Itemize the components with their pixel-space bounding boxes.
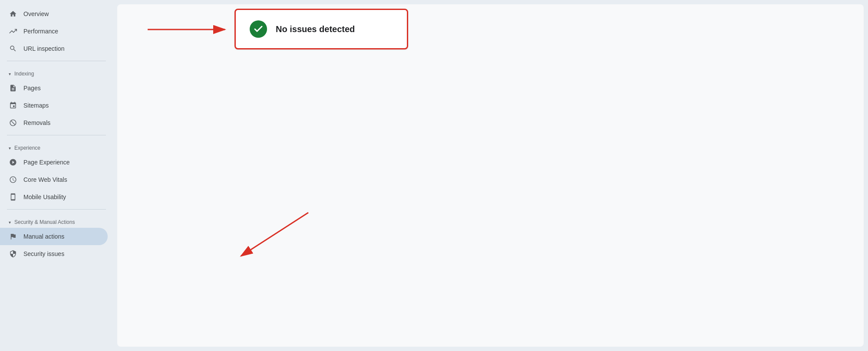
sidebar-item-page-experience[interactable]: Page Experience: [0, 154, 108, 171]
sidebar-item-core-web-vitals[interactable]: Core Web Vitals: [0, 171, 108, 188]
section-security: ▾ Security & Manual Actions: [0, 213, 113, 228]
sidebar-item-performance-label: Performance: [23, 28, 58, 35]
divider-3: [7, 209, 106, 210]
section-indexing-label: Indexing: [14, 71, 34, 77]
removals-icon: [9, 118, 17, 127]
pages-icon: [9, 84, 17, 92]
section-experience: ▾ Experience: [0, 139, 113, 154]
page-experience-icon: [9, 158, 17, 167]
sidebar: Overview Performance URL inspection ▾ In…: [0, 0, 113, 351]
no-issues-text: No issues detected: [276, 24, 355, 34]
sidebar-item-manual-actions[interactable]: Manual actions: [0, 228, 108, 245]
main-content: No issues detected: [113, 0, 868, 351]
sidebar-item-performance[interactable]: Performance: [0, 23, 108, 40]
chevron-experience: ▾: [9, 146, 11, 151]
home-icon: [9, 10, 17, 18]
sidebar-item-mobile-usability-label: Mobile Usability: [23, 194, 66, 200]
chevron-indexing: ▾: [9, 72, 11, 76]
sidebar-item-security-issues[interactable]: Security issues: [0, 245, 108, 262]
sidebar-item-removals[interactable]: Removals: [0, 114, 108, 131]
section-indexing: ▾ Indexing: [0, 65, 113, 79]
section-security-label: Security & Manual Actions: [14, 219, 75, 225]
sidebar-item-overview-label: Overview: [23, 10, 49, 17]
sidebar-item-pages-label: Pages: [23, 85, 41, 92]
sidebar-item-core-web-vitals-label: Core Web Vitals: [23, 176, 67, 183]
sidebar-item-manual-actions-label: Manual actions: [23, 233, 64, 240]
chevron-security: ▾: [9, 220, 11, 225]
sidebar-item-security-issues-label: Security issues: [23, 250, 64, 257]
divider-1: [7, 61, 106, 61]
sidebar-item-sitemaps[interactable]: Sitemaps: [0, 97, 108, 114]
sidebar-item-pages[interactable]: Pages: [0, 79, 108, 97]
shield-icon: [9, 249, 17, 258]
core-web-vitals-icon: [9, 175, 17, 184]
sidebar-item-url-inspection-label: URL inspection: [23, 45, 64, 52]
section-experience-label: Experience: [14, 145, 40, 151]
divider-2: [7, 135, 106, 135]
no-issues-card: No issues detected: [234, 9, 408, 49]
check-icon: [250, 20, 267, 38]
sidebar-item-url-inspection[interactable]: URL inspection: [0, 40, 108, 57]
sidebar-item-page-experience-label: Page Experience: [23, 159, 70, 166]
sidebar-item-mobile-usability[interactable]: Mobile Usability: [0, 188, 108, 206]
sidebar-item-removals-label: Removals: [23, 119, 50, 126]
search-icon: [9, 44, 17, 53]
mobile-usability-icon: [9, 193, 17, 201]
sidebar-item-sitemaps-label: Sitemaps: [23, 102, 49, 109]
trending-up-icon: [9, 27, 17, 36]
sidebar-item-overview[interactable]: Overview: [0, 5, 108, 23]
sitemaps-icon: [9, 101, 17, 110]
flag-icon: [9, 232, 17, 241]
